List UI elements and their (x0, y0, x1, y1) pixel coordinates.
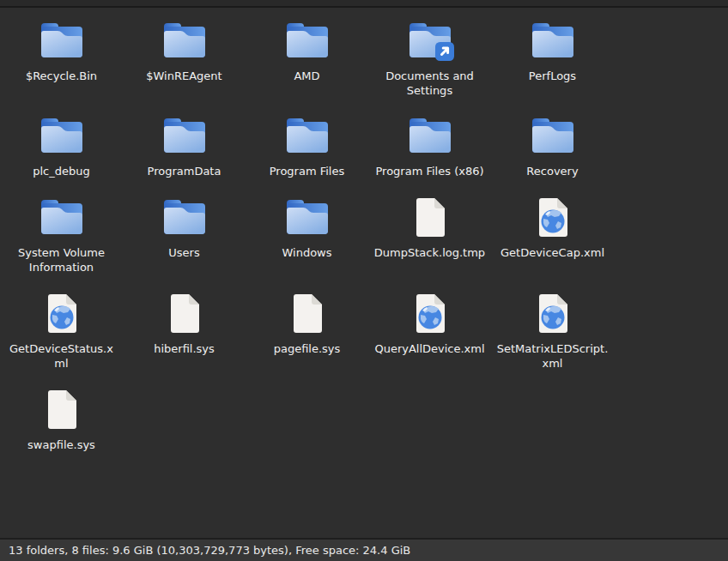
file-icon (410, 196, 451, 238)
item-label: Recovery (526, 165, 578, 179)
item-programdata[interactable]: ProgramData (123, 115, 246, 179)
icon-row: GetDeviceStatus.x ml hiberfil.sys pagefi… (0, 293, 728, 389)
folder-icon (406, 115, 454, 156)
item-plc-debug[interactable]: plc_debug (0, 115, 123, 179)
folder-icon (283, 20, 331, 61)
item-label: swapfile.sys (27, 438, 95, 453)
item-program-files[interactable]: Program Files (246, 115, 368, 179)
item-winreagent[interactable]: $WinREAgent (123, 20, 246, 84)
item-label: Windows (282, 246, 331, 261)
item-label: $Recycle.Bin (26, 69, 97, 84)
item-label: plc_debug (33, 165, 90, 179)
item-label: Documents and Settings (385, 69, 474, 98)
folder-icon (38, 115, 86, 156)
item-recycle-bin[interactable]: $Recycle.Bin (0, 20, 123, 84)
file-manager-icon-view[interactable]: $Recycle.Bin $WinREAgent AMD Documents a… (0, 8, 728, 478)
item-label: pagefile.sys (274, 342, 341, 357)
item-swapfile-sys[interactable]: swapfile.sys (0, 389, 123, 453)
item-label: hiberfil.sys (154, 342, 215, 357)
item-label: System Volume Information (18, 246, 105, 274)
item-label: $WinREAgent (146, 69, 221, 84)
file-icon (164, 293, 205, 334)
xml-file-icon (532, 293, 573, 334)
xml-file-icon (41, 293, 82, 334)
item-hiberfil-sys[interactable]: hiberfil.sys (123, 293, 246, 357)
folder-icon (529, 115, 577, 156)
item-getdevicestatus-xml[interactable]: GetDeviceStatus.x ml (0, 293, 123, 371)
item-getdevicecap-xml[interactable]: GetDeviceCap.xml (491, 196, 614, 261)
folder-icon (161, 196, 209, 238)
item-queryalldevice-xml[interactable]: QueryAllDevice.xml (368, 293, 491, 357)
item-label: Program Files (x86) (375, 165, 483, 179)
item-perflogs[interactable]: PerfLogs (491, 20, 614, 84)
file-icon (41, 389, 82, 430)
icon-row: $Recycle.Bin $WinREAgent AMD Documents a… (0, 20, 728, 115)
status-bar-text: 13 folders, 8 files: 9.6 GiB (10,303,729… (9, 544, 410, 557)
folder-icon (283, 196, 331, 238)
item-label: QueryAllDevice.xml (374, 342, 484, 357)
item-label: DumpStack.log.tmp (374, 246, 485, 261)
item-dumpstack-log-tmp[interactable]: DumpStack.log.tmp (368, 196, 491, 261)
folder-icon (38, 196, 86, 238)
item-pagefile-sys[interactable]: pagefile.sys (246, 293, 368, 357)
top-panel-strip (0, 0, 728, 8)
xml-file-icon (532, 196, 573, 238)
item-label: ProgramData (148, 165, 221, 179)
status-bar: 13 folders, 8 files: 9.6 GiB (10,303,729… (0, 538, 728, 561)
item-label: Program Files (270, 165, 345, 179)
item-amd[interactable]: AMD (246, 20, 368, 84)
folder-icon (38, 20, 86, 61)
item-windows[interactable]: Windows (246, 196, 368, 261)
item-recovery[interactable]: Recovery (491, 115, 614, 179)
item-label: SetMatrixLEDScript. xml (497, 342, 609, 371)
item-label: GetDeviceCap.xml (500, 246, 604, 261)
icon-row: plc_debug ProgramData Program Files Prog… (0, 115, 728, 196)
item-label: PerfLogs (529, 69, 576, 84)
icon-row: swapfile.sys (0, 389, 728, 478)
folder-icon (283, 115, 331, 156)
item-program-files-x86[interactable]: Program Files (x86) (368, 115, 491, 179)
item-setmatrixledscript-xml[interactable]: SetMatrixLEDScript. xml (491, 293, 614, 371)
folder-icon (529, 20, 577, 61)
file-icon (287, 293, 328, 334)
item-label: GetDeviceStatus.x ml (9, 342, 113, 371)
item-users[interactable]: Users (123, 196, 246, 261)
item-label: Users (168, 246, 199, 261)
folder-icon (161, 20, 209, 61)
folder-icon (161, 115, 209, 156)
item-documents-and-settings[interactable]: Documents and Settings (368, 20, 491, 98)
folder-shortcut-icon (406, 20, 454, 61)
icon-row: System Volume Information Users Windows … (0, 196, 728, 293)
xml-file-icon (410, 293, 451, 334)
item-system-volume-information[interactable]: System Volume Information (0, 196, 123, 274)
item-label: AMD (294, 69, 319, 84)
